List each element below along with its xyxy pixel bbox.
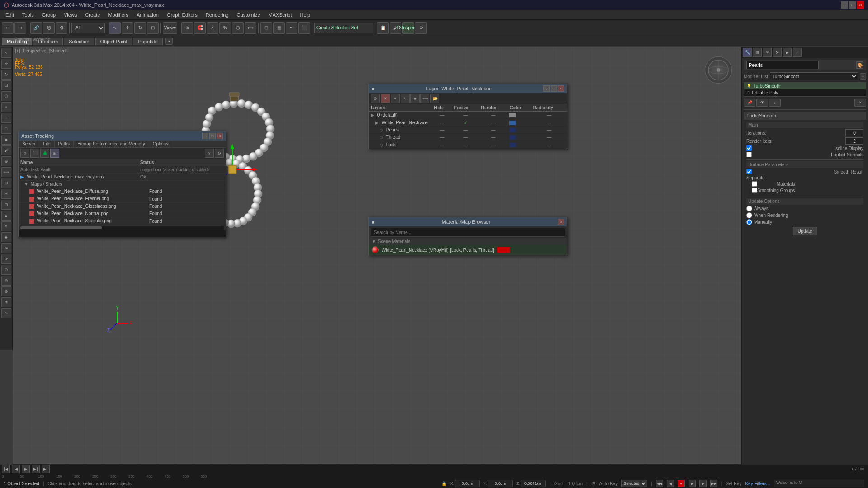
tool-extrude[interactable]: ▲ <box>1 211 11 221</box>
ref-coord-button[interactable]: View▾ <box>163 22 177 34</box>
smooth-result-checkbox[interactable] <box>746 169 752 174</box>
tool-vertex[interactable]: • <box>1 102 11 112</box>
material-close-button[interactable]: ✕ <box>558 219 564 225</box>
tool-shrink[interactable]: ⊖ <box>1 286 11 296</box>
select-filter-dropdown[interactable]: All Geometry Shapes <box>71 23 105 33</box>
tool-constraint[interactable]: ⊕ <box>1 156 11 166</box>
remove-modifier-button[interactable]: ✕ <box>854 99 866 107</box>
at-settings-button[interactable]: ⚙ <box>215 149 224 158</box>
always-radio[interactable] <box>746 206 752 211</box>
explicit-normals-checkbox[interactable] <box>746 152 752 157</box>
record-button[interactable]: ● <box>678 480 685 487</box>
ts-settings-button[interactable]: ⚙ <box>415 22 427 34</box>
rp-tab-display[interactable]: 👁 <box>763 48 772 57</box>
table-row[interactable]: White_Pearl_Necklace_Normal.png Found <box>19 210 226 217</box>
curve-button[interactable]: 〜 <box>286 22 297 34</box>
tool-element[interactable]: ◆ <box>1 135 11 145</box>
undo-button[interactable]: ↩ <box>2 22 14 34</box>
layer-help-button[interactable]: ? <box>543 85 550 92</box>
at-scrollbar-thumb[interactable] <box>20 226 102 229</box>
y-coord-input[interactable]: 0,0cm <box>488 480 513 487</box>
snap-angle-button[interactable]: ∠ <box>207 22 218 34</box>
tool-edge[interactable]: — <box>1 113 11 123</box>
layer-default-color[interactable] <box>508 112 531 119</box>
at-help-button[interactable]: ? <box>205 149 214 158</box>
tool-grow[interactable]: ⊕ <box>1 276 11 286</box>
tool-loop[interactable]: ⟳ <box>1 254 11 264</box>
rp-tab-hierarchy[interactable]: ⑃ <box>793 48 802 57</box>
menu-modifiers[interactable]: Modifiers <box>104 11 132 19</box>
goto-start-button[interactable]: |◀ <box>2 465 10 473</box>
tool-chamfer[interactable]: ◈ <box>1 232 11 242</box>
table-row[interactable]: ▶ White_Pearl_Necklace — ✓ — — <box>369 119 567 126</box>
table-row[interactable]: ▶ 0 (default) — — — — <box>369 112 567 119</box>
isoline-display-checkbox[interactable] <box>746 145 752 151</box>
tab-populate[interactable]: Populate <box>133 38 162 45</box>
table-row[interactable]: White_Pearl_Necklace_Specular.png Found <box>19 217 226 225</box>
tool-cut[interactable]: ✂ <box>1 189 11 199</box>
bind-button[interactable]: ⚙ <box>56 22 67 34</box>
layer-btn[interactable]: ▤ <box>273 22 285 34</box>
snap-button[interactable]: 🧲 <box>194 22 206 34</box>
object-name-input[interactable]: Pearls <box>746 61 819 69</box>
layer-merge-button[interactable]: ⟺ <box>420 94 429 103</box>
menu-rendering[interactable]: Rendering <box>202 11 232 19</box>
rp-tab-modify[interactable]: 🔧 <box>743 48 752 57</box>
modifier-settings-button[interactable]: ▾ <box>860 73 866 80</box>
at-menu-server[interactable]: Server <box>19 141 39 147</box>
link-button[interactable]: 🔗 <box>30 22 42 34</box>
at-scrollbar[interactable] <box>20 226 224 230</box>
move-button[interactable]: ✛ <box>122 22 133 34</box>
at-menu-file[interactable]: File <box>39 141 54 147</box>
tool-bridge[interactable]: ⊡ <box>1 200 11 210</box>
table-row[interactable]: ⬡ Pearls — — — — <box>369 126 567 133</box>
tool-symmetry[interactable]: ⟺ <box>1 167 11 177</box>
tool-smooth[interactable]: ∿ <box>1 308 11 318</box>
update-button[interactable]: Update <box>793 227 817 235</box>
layer-new-button[interactable]: ⊕ <box>371 94 380 103</box>
tool-subdivide[interactable]: ⊞ <box>1 178 11 188</box>
table-row[interactable]: Autodesk Vault Logged Out (Asset Trackin… <box>19 166 226 174</box>
tool-paint-deform[interactable]: 🖌 <box>1 145 11 155</box>
prev-key-button[interactable]: ◀ <box>667 480 674 487</box>
selected-dropdown[interactable]: Selected All <box>621 480 647 487</box>
layer-pearl-color[interactable] <box>508 119 531 126</box>
pivot-button[interactable]: ⊕ <box>181 22 193 34</box>
menu-tools[interactable]: Tools <box>19 11 38 19</box>
editable-poly-stack-item[interactable]: ⬡ Editable Poly <box>744 89 866 96</box>
frame-back-button[interactable]: ◀◀ <box>656 480 663 487</box>
layer-minimize-button[interactable]: ─ <box>551 85 557 92</box>
at-menu-options[interactable]: Options <box>149 141 172 147</box>
object-color-button[interactable]: 🎨 <box>856 61 863 69</box>
tool-weld[interactable]: ⊗ <box>1 243 11 253</box>
create-selection-set-input[interactable] <box>314 23 373 33</box>
unlink-button[interactable]: ⛓ <box>43 22 55 34</box>
modifier-list-dropdown[interactable]: TurboSmooth Editable Poly <box>770 72 858 80</box>
layer-thread-color[interactable] <box>508 134 531 141</box>
at-tree-button[interactable]: 🌲 <box>40 149 49 158</box>
layer-open-button[interactable]: 📂 <box>430 94 439 103</box>
layer-lock-color[interactable] <box>508 141 531 148</box>
menu-create[interactable]: Create <box>81 11 104 19</box>
rp-tab-utilities[interactable]: ⚒ <box>773 48 782 57</box>
at-close-button[interactable]: ✕ <box>217 133 223 139</box>
tool-relax[interactable]: ≋ <box>1 297 11 307</box>
menu-views[interactable]: Views <box>60 11 80 19</box>
minimize-button[interactable]: ─ <box>841 1 848 9</box>
when-rendering-radio[interactable] <box>746 212 752 218</box>
table-row[interactable]: ▼ Maps / Shaders <box>19 181 226 188</box>
percent-snap-button[interactable]: % <box>219 22 231 34</box>
x-coord-input[interactable]: 0,0cm <box>455 480 480 487</box>
schematic-button[interactable]: ⬛ <box>298 22 310 34</box>
at-minimize-button[interactable]: ─ <box>202 133 208 139</box>
tool-bevel[interactable]: ◊ <box>1 221 11 231</box>
layer-close-button[interactable]: ✕ <box>558 85 564 92</box>
next-frame-button[interactable]: ▶| <box>32 465 40 473</box>
render-iters-input[interactable]: 2 <box>845 137 863 145</box>
tool-border[interactable]: □ <box>1 124 11 134</box>
timeline-track[interactable]: 0 50 100 150 200 250 300 350 400 450 500… <box>0 473 868 479</box>
tab-options-button[interactable]: ▾ <box>165 38 173 45</box>
menu-customize[interactable]: Customize <box>233 11 264 19</box>
manually-radio[interactable] <box>746 219 752 225</box>
materials-checkbox[interactable] <box>752 181 757 187</box>
